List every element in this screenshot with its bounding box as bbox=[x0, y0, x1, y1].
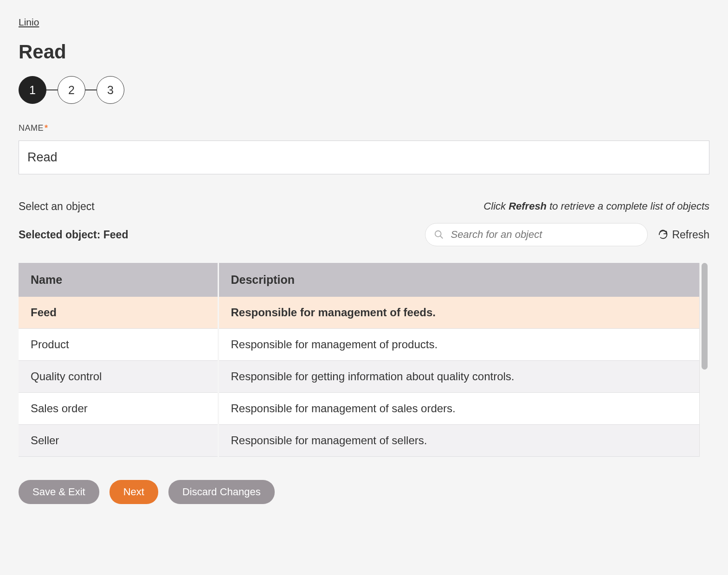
refresh-button[interactable]: Refresh bbox=[658, 229, 709, 241]
cell-description: Responsible for getting information abou… bbox=[218, 361, 699, 393]
cell-description: Responsible for management of feeds. bbox=[218, 297, 699, 329]
column-header-name[interactable]: Name bbox=[19, 263, 218, 297]
name-field-label: NAME* bbox=[19, 123, 709, 133]
name-field-label-text: NAME bbox=[19, 123, 44, 133]
cell-name: Quality control bbox=[19, 361, 218, 393]
discard-button[interactable]: Discard Changes bbox=[168, 480, 275, 504]
cell-name: Product bbox=[19, 329, 218, 361]
cell-name: Feed bbox=[19, 297, 218, 329]
table-row[interactable]: Feed Responsible for management of feeds… bbox=[19, 297, 699, 329]
cell-name: Sales order bbox=[19, 393, 218, 425]
object-table: Name Description Feed Responsible for ma… bbox=[19, 263, 699, 457]
stepper: 1 2 3 bbox=[19, 76, 709, 104]
page-title: Read bbox=[19, 41, 709, 63]
save-exit-button[interactable]: Save & Exit bbox=[19, 480, 99, 504]
breadcrumb-link[interactable]: Linio bbox=[19, 17, 39, 28]
search-box[interactable] bbox=[425, 223, 648, 246]
selected-object-prefix: Selected object: bbox=[19, 229, 103, 241]
selected-object-label: Selected object: Feed bbox=[19, 229, 128, 241]
selected-object-value: Feed bbox=[103, 229, 129, 241]
required-mark: * bbox=[45, 123, 48, 133]
name-input[interactable] bbox=[19, 141, 709, 174]
step-connector bbox=[46, 89, 58, 90]
select-object-prompt: Select an object bbox=[19, 200, 95, 213]
search-input[interactable] bbox=[450, 228, 639, 241]
svg-line-1 bbox=[440, 236, 443, 239]
scrollbar-thumb[interactable] bbox=[702, 263, 708, 370]
helper-prefix: Click bbox=[483, 200, 509, 212]
refresh-label: Refresh bbox=[672, 229, 709, 241]
scrollbar-track[interactable] bbox=[699, 263, 709, 457]
step-2[interactable]: 2 bbox=[58, 76, 85, 104]
step-connector bbox=[85, 89, 97, 90]
cell-description: Responsible for management of products. bbox=[218, 329, 699, 361]
column-header-description[interactable]: Description bbox=[218, 263, 699, 297]
cell-description: Responsible for management of sales orde… bbox=[218, 393, 699, 425]
cell-description: Responsible for management of sellers. bbox=[218, 425, 699, 457]
svg-point-0 bbox=[435, 231, 441, 237]
helper-suffix: to retrieve a complete list of objects bbox=[547, 200, 709, 212]
cell-name: Seller bbox=[19, 425, 218, 457]
next-button[interactable]: Next bbox=[110, 480, 158, 504]
table-row[interactable]: Quality control Responsible for getting … bbox=[19, 361, 699, 393]
table-row[interactable]: Sales order Responsible for management o… bbox=[19, 393, 699, 425]
step-1[interactable]: 1 bbox=[19, 76, 46, 104]
helper-bold: Refresh bbox=[509, 200, 547, 212]
step-3[interactable]: 3 bbox=[97, 76, 124, 104]
refresh-helper-text: Click Refresh to retrieve a complete lis… bbox=[483, 200, 709, 212]
search-icon bbox=[434, 230, 444, 240]
table-row[interactable]: Product Responsible for management of pr… bbox=[19, 329, 699, 361]
refresh-icon bbox=[658, 230, 668, 240]
table-row[interactable]: Seller Responsible for management of sel… bbox=[19, 425, 699, 457]
